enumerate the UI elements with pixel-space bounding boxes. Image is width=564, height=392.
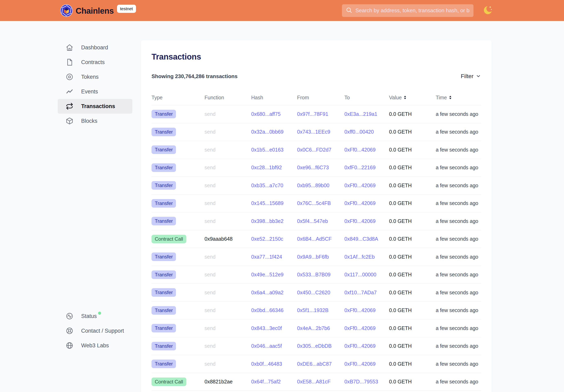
sidebar-item-dashboard[interactable]: Dashboard: [58, 40, 132, 55]
table-row: Contract Call 0x9aaab648 0xe52...2150c 0…: [151, 230, 481, 248]
sidebar: Dashboard Contracts Tokens Events: [0, 40, 141, 392]
to-address-link[interactable]: 0xFf0...42069: [344, 218, 376, 224]
sidebar-item-web3-labs[interactable]: Web3 Labs: [58, 338, 132, 353]
type-badge: Transfer: [151, 110, 176, 118]
from-address-link[interactable]: 0x5f4...547eb: [297, 218, 328, 224]
to-address-link[interactable]: 0xf10...7ADa7: [344, 290, 377, 295]
sidebar-item-blocks[interactable]: Blocks: [58, 114, 132, 128]
from-address-link[interactable]: 0xb95...89b00: [297, 182, 329, 188]
table-row: Transfer send 0xa77...1f424 0x9A9...bF6f…: [151, 248, 481, 266]
sidebar-item-contact-support[interactable]: Contact / Support: [58, 323, 132, 338]
hash-link[interactable]: 0xb35...a7c70: [251, 182, 283, 188]
column-header-to: To: [344, 95, 389, 100]
to-address-link[interactable]: 0xFf0...42069: [344, 307, 376, 313]
from-address-link[interactable]: 0xe96...f6C73: [297, 165, 329, 170]
to-address-link[interactable]: 0xFf0...42069: [344, 325, 376, 331]
to-address-link[interactable]: 0xFf0...42069: [344, 200, 376, 206]
sort-icon[interactable]: [449, 96, 452, 99]
time-cell: a few seconds ago: [436, 361, 481, 367]
type-badge: Transfer: [151, 270, 176, 279]
search-input[interactable]: [355, 7, 470, 14]
token-circle-icon: [66, 73, 74, 81]
sidebar-item-events[interactable]: Events: [58, 84, 132, 99]
sidebar-item-label: Events: [81, 88, 98, 95]
time-cell: a few seconds ago: [436, 129, 481, 135]
sort-icon[interactable]: [403, 96, 407, 99]
function-cell: send: [205, 307, 251, 313]
from-address-link[interactable]: 0x6B4...Ad5CF: [297, 236, 332, 242]
from-address-link[interactable]: 0xDE6...abC87: [297, 361, 332, 367]
sidebar-item-tokens[interactable]: Tokens: [58, 70, 132, 84]
to-address-link[interactable]: 0xFf0...42069: [344, 182, 376, 188]
from-address-link[interactable]: 0x743...1EEc9: [297, 129, 330, 135]
filter-button[interactable]: Filter: [461, 73, 481, 80]
hash-link[interactable]: 0x145...15689: [251, 200, 283, 206]
hash-link[interactable]: 0x680...aff75: [251, 111, 281, 117]
hash-link[interactable]: 0x046...aac5f: [251, 343, 282, 349]
main-content: Transactions Showing 230,764,286 transac…: [141, 40, 564, 392]
sidebar-footer-nav: Status Contact / Support Web3 Labs: [58, 309, 141, 353]
hash-link[interactable]: 0x64f...75af2: [251, 379, 281, 384]
table-row: Transfer send 0x843...3ec0f 0x4eA...2b7b…: [151, 319, 481, 337]
sidebar-item-label: Status: [81, 313, 97, 319]
from-address-link[interactable]: 0x76C...5c4FB: [297, 200, 331, 206]
from-address-link[interactable]: 0x97f...78F91: [297, 111, 328, 117]
hash-link[interactable]: 0xb0f...46483: [251, 361, 282, 367]
hash-link[interactable]: 0x49e...512e9: [251, 272, 283, 277]
status-pulse-icon: [66, 312, 74, 320]
moon-icon: [482, 13, 493, 16]
to-address-link[interactable]: 0x1Af...fc2Eb: [344, 254, 375, 260]
type-badge: Contract Call: [151, 235, 186, 243]
hash-link[interactable]: 0xa77...1f424: [251, 254, 282, 260]
hash-link[interactable]: 0x843...3ec0f: [251, 325, 282, 331]
to-address-link[interactable]: 0xFf0...42069: [344, 147, 376, 153]
from-address-link[interactable]: 0xE58...A81cF: [297, 379, 330, 384]
column-header-time[interactable]: Time: [436, 95, 481, 100]
function-cell: send: [205, 200, 251, 206]
function-cell: send: [205, 361, 251, 367]
from-address-link[interactable]: 0x4eA...2b7b6: [297, 325, 330, 331]
function-cell: send: [205, 129, 251, 135]
app-header: Chainlens testnet: [0, 0, 564, 21]
to-address-link[interactable]: 0xfF0...22169: [344, 165, 376, 170]
hash-link[interactable]: 0x1b5...e0163: [251, 147, 283, 153]
dark-mode-toggle[interactable]: [482, 5, 494, 16]
column-header-value[interactable]: Value: [389, 95, 436, 100]
filter-label: Filter: [461, 73, 473, 80]
hash-link[interactable]: 0x0bd...66346: [251, 307, 283, 313]
time-cell: a few seconds ago: [436, 182, 481, 188]
hash-link[interactable]: 0xe52...2150c: [251, 236, 283, 242]
to-address-link[interactable]: 0xB7D...79553: [344, 379, 378, 384]
sidebar-item-contracts[interactable]: Contracts: [58, 55, 132, 70]
transactions-count-text: Showing 230,764,286 transactions: [151, 73, 237, 80]
from-address-link[interactable]: 0x9A9...bF6fb: [297, 254, 329, 260]
to-address-link[interactable]: 0xff0...00420: [344, 129, 374, 135]
brand-logo-group[interactable]: Chainlens testnet: [60, 3, 136, 18]
type-badge: Transfer: [151, 163, 176, 172]
type-badge: Transfer: [151, 324, 176, 333]
to-address-link[interactable]: 0xFf0...42069: [344, 343, 376, 349]
hash-link[interactable]: 0xc28...1bf92: [251, 165, 282, 170]
sidebar-item-status[interactable]: Status: [58, 309, 132, 323]
hash-link[interactable]: 0x6a4...a09a2: [251, 290, 283, 295]
hash-link[interactable]: 0x398...bb3e2: [251, 218, 283, 224]
column-header-hash: Hash: [251, 95, 297, 100]
table-row: Transfer send 0xc28...1bf92 0xe96...f6C7…: [151, 159, 481, 177]
sidebar-item-transactions[interactable]: Transactions: [58, 99, 132, 114]
from-address-link[interactable]: 0x305...eDbDB: [297, 343, 332, 349]
from-address-link[interactable]: 0x5f1...1932B: [297, 307, 329, 313]
to-address-link[interactable]: 0x849...C3d8A: [344, 236, 378, 242]
value-cell: 0.0 GETH: [389, 129, 436, 135]
hash-link[interactable]: 0x32a...0bb69: [251, 129, 283, 135]
function-cell: send: [205, 182, 251, 188]
from-address-link[interactable]: 0x450...C2620: [297, 290, 330, 295]
search-bar[interactable]: [342, 4, 473, 17]
to-address-link[interactable]: 0xE3a...219a1: [344, 111, 377, 117]
globe-icon: [66, 341, 74, 350]
from-address-link[interactable]: 0x533...B7B09: [297, 272, 330, 277]
to-address-link[interactable]: 0xFf0...42069: [344, 361, 376, 367]
to-address-link[interactable]: 0x117...00000: [344, 272, 376, 277]
time-cell: a few seconds ago: [436, 379, 481, 385]
chevron-down-icon: [473, 73, 481, 80]
from-address-link[interactable]: 0x0C6...FD2d7: [297, 147, 331, 153]
